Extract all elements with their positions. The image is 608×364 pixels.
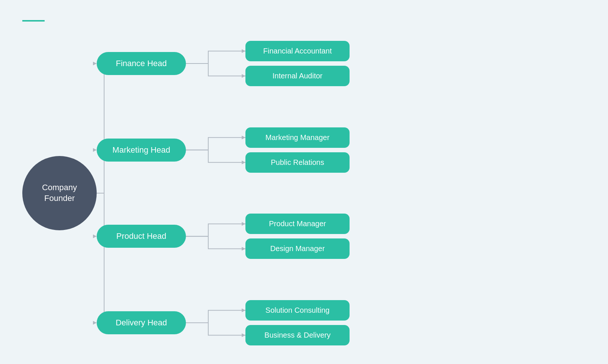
row-marketing: Marketing HeadMarketing ManagerPublic Re…	[97, 127, 586, 173]
end-node-product-0: Product Manager	[245, 214, 350, 234]
end-nodes-delivery: Solution ConsultingBusiness & Delivery	[245, 300, 350, 345]
svg-marker-0	[93, 62, 97, 65]
end-label-delivery-1: Business & Delivery	[264, 331, 331, 339]
end-label-product-1: Design Manager	[270, 244, 325, 253]
end-label-finance-1: Internal Auditor	[273, 72, 323, 80]
end-label-marketing-1: Public Relations	[271, 158, 324, 166]
svg-marker-6	[93, 234, 97, 238]
end-node-finance-0: Financial Accountant	[245, 41, 350, 61]
row-product: Product HeadProduct ManagerDesign Manage…	[97, 214, 586, 259]
row-delivery: Delivery HeadSolution ConsultingBusiness…	[97, 300, 586, 345]
end-label-marketing-0: Marketing Manager	[266, 133, 329, 142]
end-nodes-finance: Financial AccountantInternal Auditor	[245, 41, 350, 86]
center-node: CompanyFounder	[22, 156, 97, 230]
end-node-finance-1: Internal Auditor	[245, 66, 350, 86]
row-finance: Finance HeadFinancial AccountantInternal…	[97, 41, 586, 86]
end-node-marketing-1: Public Relations	[245, 152, 350, 173]
end-nodes-product: Product ManagerDesign Manager	[245, 214, 350, 259]
end-label-finance-0: Financial Accountant	[263, 47, 332, 55]
end-node-marketing-0: Marketing Manager	[245, 127, 350, 148]
center-node-label: CompanyFounder	[42, 182, 77, 204]
end-node-delivery-0: Solution Consulting	[245, 300, 350, 321]
mid-label-delivery: Delivery Head	[116, 318, 167, 327]
right-section: Finance HeadFinancial AccountantInternal…	[97, 37, 586, 349]
end-label-delivery-0: Solution Consulting	[266, 306, 329, 314]
mid-label-product: Product Head	[116, 231, 167, 241]
chart-area: CompanyFounder Finance HeadFinancial Acc…	[22, 37, 586, 349]
svg-marker-3	[93, 148, 97, 152]
mid-node-delivery: Delivery Head	[97, 311, 186, 334]
mid-node-marketing: Marketing Head	[97, 139, 186, 162]
end-nodes-marketing: Marketing ManagerPublic Relations	[245, 127, 350, 173]
title-underline	[22, 20, 45, 22]
svg-marker-9	[93, 321, 97, 325]
end-label-product-0: Product Manager	[269, 220, 326, 228]
mid-node-finance: Finance Head	[97, 52, 186, 75]
end-node-product-1: Design Manager	[245, 238, 350, 259]
mid-node-product: Product Head	[97, 225, 186, 248]
mid-label-marketing: Marketing Head	[112, 145, 170, 155]
end-node-delivery-1: Business & Delivery	[245, 325, 350, 345]
mid-label-finance: Finance Head	[116, 59, 167, 68]
header	[22, 18, 586, 25]
